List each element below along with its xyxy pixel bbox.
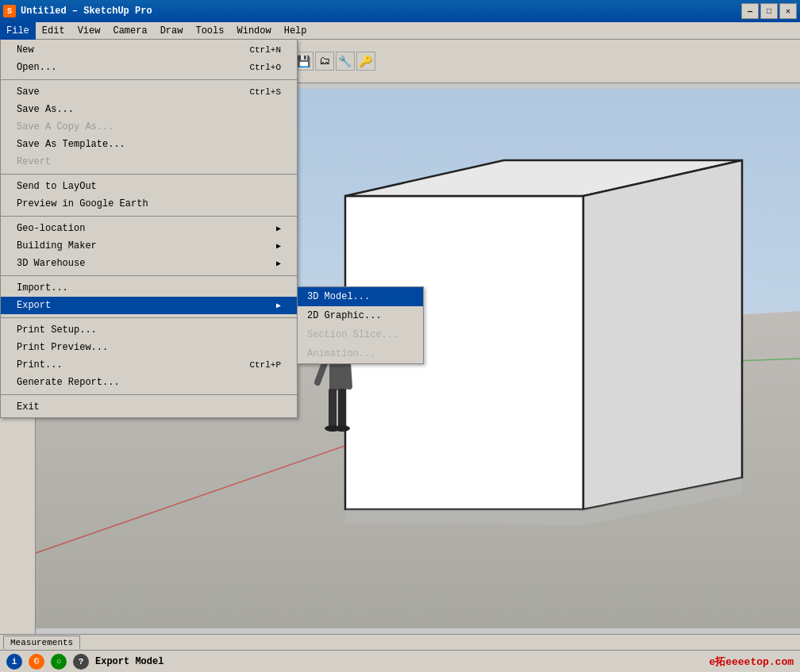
- menu-camera[interactable]: Camera: [106, 22, 153, 40]
- menu-save-template-label: Save As Template...: [36, 139, 125, 150]
- menu-building-maker-label: Building Maker: [36, 240, 97, 252]
- menu-print-preview-label: Print Preview...: [36, 342, 108, 353]
- export-arrow: ▶: [276, 301, 281, 310]
- menu-geolocation[interactable]: Geo-location ▶: [36, 220, 297, 237]
- export-2d-graphic-label: 2D Graphic...: [307, 310, 382, 321]
- menu-print-setup-label: Print Setup...: [36, 324, 97, 336]
- menu-3d-warehouse[interactable]: 3D Warehouse ▶: [36, 255, 297, 272]
- menu-draw[interactable]: Draw: [154, 22, 190, 40]
- export-submenu: 3D Model... 2D Graphic... Section Slice.…: [297, 286, 424, 364]
- menu-tools[interactable]: Tools: [189, 22, 230, 40]
- separator-6: [36, 394, 297, 395]
- menu-save-as[interactable]: Save As...: [36, 101, 297, 118]
- menu-save-shortcut: Ctrl+S: [249, 87, 281, 97]
- menu-save[interactable]: Save Ctrl+S: [36, 83, 297, 101]
- menu-generate-report-label: Generate Report...: [36, 377, 120, 388]
- 3d-warehouse-arrow: ▶: [276, 259, 281, 268]
- menu-exit[interactable]: Exit: [36, 398, 297, 416]
- menu-section-save: Save Ctrl+S Save As... Save A Copy As...…: [36, 83, 297, 172]
- menu-print-shortcut: Ctrl+P: [249, 360, 281, 370]
- menu-help[interactable]: Help: [278, 22, 313, 40]
- svg-marker-6: [583, 160, 742, 509]
- menu-preview-earth-label: Preview in Google Earth: [36, 198, 148, 209]
- menu-export-label: Export: [36, 300, 51, 311]
- bottom-bar: Measurements: [0, 634, 800, 650]
- menu-section-share: Send to LayOut Preview in Google Earth: [36, 176, 297, 214]
- measurements-tab[interactable]: Measurements: [3, 636, 80, 649]
- close-button[interactable]: ✕: [779, 3, 797, 19]
- menu-exit-label: Exit: [36, 401, 40, 413]
- menu-print-setup[interactable]: Print Setup...: [36, 321, 297, 339]
- menu-3d-warehouse-label: 3D Warehouse: [36, 258, 85, 269]
- footer-copyright-icon[interactable]: ©: [29, 654, 44, 670]
- measurements-label: Measurements: [10, 638, 73, 647]
- menu-print[interactable]: Print... Ctrl+P: [36, 356, 297, 374]
- menu-import[interactable]: Import...: [36, 279, 297, 297]
- export-section-slice-label: Section Slice...: [307, 329, 398, 340]
- title-bar: S Untitled – SketchUp Pro — □ ✕: [0, 0, 800, 22]
- separator-4: [36, 275, 297, 276]
- menu-revert: Revert: [36, 153, 297, 171]
- menu-save-copy-label: Save A Copy As...: [36, 121, 113, 132]
- menu-section-geo: Geo-location ▶ Building Maker ▶ 3D Wareh…: [36, 218, 297, 274]
- building-maker-arrow: ▶: [276, 241, 281, 251]
- toolbar-settings[interactable]: 🔧: [336, 52, 355, 71]
- separator-5: [36, 317, 297, 318]
- menu-view[interactable]: View: [71, 22, 107, 40]
- menu-send-layout-label: Send to LayOut: [36, 181, 97, 192]
- app-icon: S: [3, 5, 16, 17]
- menu-geolocation-label: Geo-location: [36, 223, 85, 234]
- menu-building-maker[interactable]: Building Maker ▶: [36, 237, 297, 255]
- menu-send-layout[interactable]: Send to LayOut: [36, 178, 297, 195]
- svg-rect-11: [338, 389, 346, 428]
- menu-import-label: Import...: [36, 282, 68, 294]
- menu-bar: File Edit View Camera Draw Tools Window …: [0, 22, 800, 40]
- svg-point-13: [334, 425, 350, 432]
- menu-preview-earth[interactable]: Preview in Google Earth: [36, 195, 297, 213]
- minimize-button[interactable]: —: [741, 3, 759, 19]
- footer-export-label: Export Model: [95, 656, 163, 667]
- export-3d-model-label: 3D Model...: [307, 291, 370, 302]
- export-section-slice: Section Slice...: [298, 325, 423, 344]
- menu-save-label: Save: [36, 86, 40, 98]
- menu-export[interactable]: Export ▶: [36, 297, 297, 314]
- footer-info-icon[interactable]: i: [6, 654, 22, 670]
- menu-section-exit: Exit: [36, 397, 297, 417]
- export-2d-graphic[interactable]: 2D Graphic...: [298, 306, 423, 325]
- svg-rect-10: [329, 389, 337, 428]
- menu-generate-report[interactable]: Generate Report...: [36, 374, 297, 391]
- menu-window[interactable]: Window: [230, 22, 277, 40]
- toolbar-folder[interactable]: 🗂: [315, 52, 334, 71]
- menu-save-as-label: Save As...: [36, 104, 74, 115]
- menu-section-print: Print Setup... Print Preview... Print...…: [36, 320, 297, 393]
- file-menu-dropdown: New Ctrl+N Open... Ctrl+O Save Ctrl+S Sa…: [36, 83, 298, 418]
- separator-2: [36, 174, 297, 175]
- footer-circle-icon[interactable]: ○: [51, 654, 67, 670]
- title-left: S Untitled – SketchUp Pro: [3, 5, 152, 17]
- maximize-button[interactable]: □: [760, 3, 778, 19]
- separator-3: [36, 216, 297, 217]
- toolbar-key[interactable]: 🔑: [356, 52, 375, 71]
- menu-edit[interactable]: Edit: [36, 22, 71, 40]
- menu-file[interactable]: File: [0, 22, 36, 40]
- menu-section-io: Import... Export ▶: [36, 278, 297, 316]
- footer: i © ○ ? Export Model e拓eeeetop.com: [0, 650, 800, 672]
- title-buttons[interactable]: — □ ✕: [741, 3, 797, 19]
- export-animation-label: Animation...: [307, 348, 375, 359]
- main-area: 🎯 👁 🔄 ⬜: [0, 83, 800, 634]
- menu-save-copy: Save A Copy As...: [36, 118, 297, 136]
- menu-revert-label: Revert: [36, 156, 51, 167]
- footer-help-icon[interactable]: ?: [73, 654, 89, 670]
- geolocation-arrow: ▶: [276, 224, 281, 233]
- export-3d-model[interactable]: 3D Model...: [298, 287, 423, 306]
- menu-print-label: Print...: [36, 359, 63, 371]
- export-animation: Animation...: [298, 344, 423, 363]
- viewport: New Ctrl+N Open... Ctrl+O Save Ctrl+S Sa…: [36, 83, 800, 634]
- window-title: Untitled – SketchUp Pro: [21, 6, 152, 17]
- menu-print-preview[interactable]: Print Preview...: [36, 339, 297, 356]
- menu-save-template[interactable]: Save As Template...: [36, 136, 297, 153]
- footer-left: i © ○ ? Export Model: [6, 654, 163, 670]
- footer-logo: e拓eeeetop.com: [709, 655, 794, 669]
